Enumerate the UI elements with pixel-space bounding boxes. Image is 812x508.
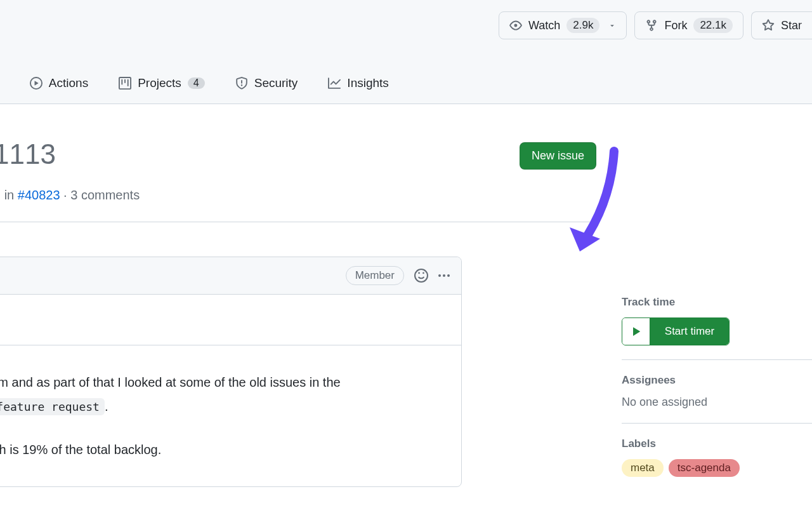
caret-down-icon (608, 22, 616, 29)
project-icon (119, 77, 131, 90)
watch-label: Watch (528, 19, 560, 32)
tab-partial-first[interactable]: ions (0, 76, 2, 90)
fork-button[interactable]: Fork 22.1k (634, 11, 743, 39)
smiley-icon[interactable] (414, 269, 428, 283)
graph-icon (328, 77, 341, 90)
fork-label: Fork (664, 19, 687, 32)
kebab-icon[interactable] (438, 274, 450, 277)
code-token: feature request (0, 398, 105, 415)
linked-issue-link[interactable]: #40823 (18, 188, 60, 202)
fork-count: 22.1k (693, 18, 733, 33)
shield-icon (235, 77, 248, 90)
watch-button[interactable]: Watch 2.9k (499, 11, 627, 39)
member-badge: Member (346, 266, 404, 285)
issue-meta: d in #40823 · 3 comments (0, 188, 596, 222)
label-tsc-agenda[interactable]: tsc-agenda (669, 459, 740, 477)
star-label: Star (781, 19, 802, 32)
track-time-heading: Track time (622, 296, 812, 309)
sidebar-track-time: Track time Start timer (622, 282, 812, 360)
fork-icon (645, 19, 658, 32)
play-circle-icon (30, 77, 43, 90)
assignees-heading: Assignees (622, 374, 812, 387)
tab-actions[interactable]: Actions (27, 76, 91, 90)
star-button[interactable]: Star (751, 11, 812, 39)
sidebar-assignees: Assignees No one assigned (622, 360, 812, 424)
assignees-none: No one assigned (622, 396, 812, 409)
comment-box: Member .js team and as part of that I lo… (0, 257, 462, 487)
labels-heading: Labels (622, 438, 812, 450)
comment-body: .js team and as part of that I looked at… (0, 295, 461, 486)
tab-insights[interactable]: Insights (325, 76, 391, 90)
new-issue-button[interactable]: New issue (520, 142, 596, 170)
star-icon (762, 19, 775, 32)
play-icon (630, 325, 643, 338)
tab-projects[interactable]: Projects 4 (116, 76, 207, 90)
eye-icon (509, 19, 522, 32)
watch-count: 2.9k (566, 18, 599, 33)
sidebar-labels: Labels meta tsc-agenda (622, 424, 812, 491)
label-meta[interactable]: meta (622, 459, 664, 477)
start-timer-button[interactable]: Start timer (622, 318, 730, 345)
issue-number: 1113 (0, 138, 56, 170)
projects-count: 4 (188, 77, 205, 89)
tab-security[interactable]: Security (233, 76, 301, 90)
